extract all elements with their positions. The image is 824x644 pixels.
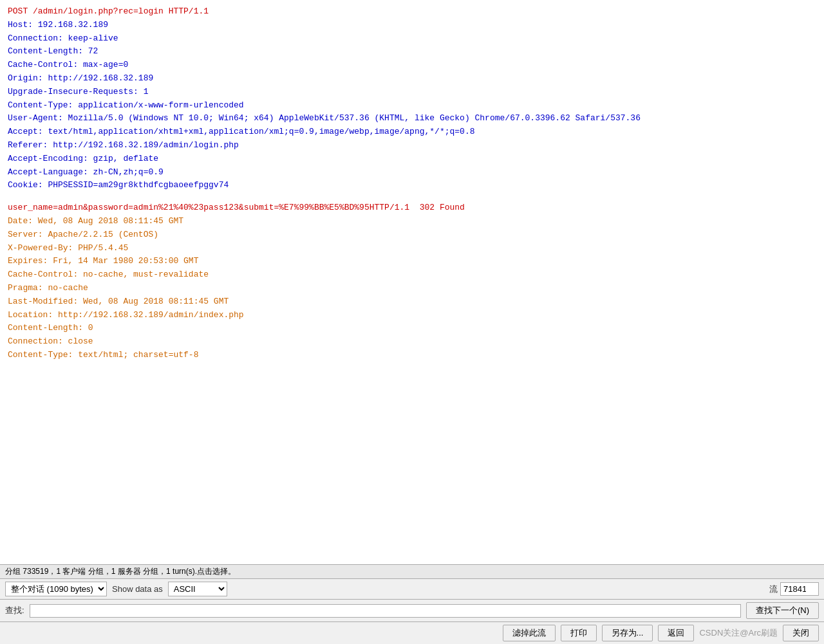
request-line-7: Content-Type: application/x-www-form-url…	[8, 99, 816, 113]
response-line-4: Cache-Control: no-cache, must-revalidate	[8, 268, 816, 282]
request-line-8: User-Agent: Mozilla/5.0 (Windows NT 10.0…	[8, 112, 816, 125]
filter-button[interactable]: 滤掉此流	[503, 625, 556, 641]
response-line-1: Server: Apache/2.2.15 (CentOS)	[8, 228, 816, 242]
watermark: CSDN关注@Arc刷题	[699, 627, 778, 639]
search-input[interactable]	[30, 604, 741, 618]
bottom-controls: 整个对话 (1090 bytes) Show data as ASCII UTF…	[0, 578, 824, 599]
request-line-3: Content-Length: 72	[8, 45, 816, 59]
request-line-0: POST /admin/login.php?rec=login HTTP/1.1	[8, 5, 816, 19]
response-line-5: Pragma: no-cache	[8, 282, 816, 295]
search-bar: 查找: 查找下一个(N)	[0, 599, 824, 621]
show-data-label: Show data as	[112, 584, 163, 594]
response-line-10: Content-Type: text/html; charset=utf-8	[8, 349, 816, 362]
post-data-line: user_name=admin&password=admin%21%40%23p…	[8, 201, 816, 215]
request-line-4: Cache-Control: max-age=0	[8, 59, 816, 72]
status-text: 分组 733519，1 客户端 分组，1 服务器 分组，1 turn(s).点击…	[5, 566, 236, 577]
flow-input[interactable]	[780, 582, 819, 596]
format-select[interactable]: ASCII UTF-8 Hex Dump C Arrays Raw	[168, 582, 227, 596]
find-next-button[interactable]: 查找下一个(N)	[746, 602, 819, 619]
response-line-6: Last-Modified: Wed, 08 Aug 2018 08:11:45…	[8, 295, 816, 309]
request-line-2: Connection: keep-alive	[8, 32, 816, 46]
close-button[interactable]: 关闭	[783, 625, 819, 641]
packet-content: POST /admin/login.php?rec=login HTTP/1.1…	[0, 0, 824, 564]
response-line-7: Location: http://192.168.32.189/admin/in…	[8, 309, 816, 322]
request-line-6: Upgrade-Insecure-Requests: 1	[8, 86, 816, 99]
flow-counter: 流	[769, 582, 819, 596]
response-line-3: Expires: Fri, 14 Mar 1980 20:53:00 GMT	[8, 255, 816, 268]
response-line-9: Connection: close	[8, 335, 816, 349]
print-button[interactable]: 打印	[561, 625, 597, 641]
blank-separator	[8, 192, 816, 201]
response-line-2: X-Powered-By: PHP/5.4.45	[8, 242, 816, 255]
response-line-8: Content-Length: 0	[8, 322, 816, 335]
conversation-select[interactable]: 整个对话 (1090 bytes)	[5, 582, 107, 596]
save-button[interactable]: 另存为...	[602, 625, 653, 641]
request-line-1: Host: 192.168.32.189	[8, 19, 816, 32]
response-line-0: Date: Wed, 08 Aug 2018 08:11:45 GMT	[8, 215, 816, 228]
action-bar: 滤掉此流 打印 另存为... 返回 CSDN关注@Arc刷题 关闭	[0, 621, 824, 644]
search-label: 查找:	[5, 605, 24, 616]
request-line-13: Cookie: PHPSESSID=am29gr8kthdfcgbaoeefpg…	[8, 179, 816, 192]
request-line-9: Accept: text/html,application/xhtml+xml,…	[8, 125, 816, 139]
request-line-5: Origin: http://192.168.32.189	[8, 72, 816, 86]
request-line-11: Accept-Encoding: gzip, deflate	[8, 152, 816, 166]
back-button[interactable]: 返回	[658, 625, 694, 641]
request-line-12: Accept-Language: zh-CN,zh;q=0.9	[8, 166, 816, 179]
request-line-10: Referer: http://192.168.32.189/admin/log…	[8, 139, 816, 152]
status-bar: 分组 733519，1 客户端 分组，1 服务器 分组，1 turn(s).点击…	[0, 564, 824, 578]
flow-label: 流	[769, 584, 778, 595]
